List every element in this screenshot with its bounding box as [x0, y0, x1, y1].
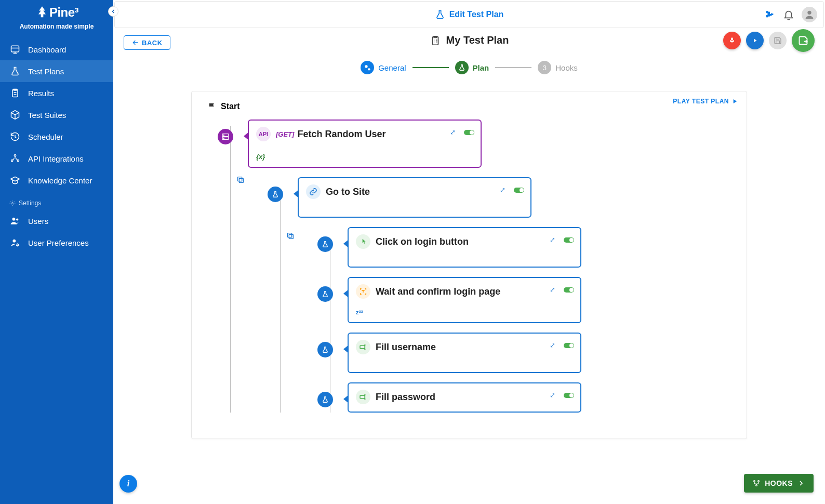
title-row: My Test Plan	[124, 34, 815, 46]
flask-icon	[9, 65, 21, 77]
users-icon	[9, 215, 21, 227]
step-plan[interactable]: Plan	[455, 61, 489, 74]
sidebar: Pine³ Automation made simple Dashboard T…	[0, 0, 113, 504]
step-card[interactable]: Fill username ⤢	[348, 333, 581, 373]
step-card[interactable]: Fill password ⤢	[348, 382, 581, 413]
step-card[interactable]: Go to Site ⤢	[298, 177, 531, 218]
sidebar-item-users[interactable]: Users	[0, 210, 113, 232]
step-title: Fill username	[376, 342, 436, 353]
step-title: Go to Site	[326, 187, 370, 197]
sidebar-item-api-integrations[interactable]: API Integrations	[0, 148, 113, 169]
svg-rect-22	[360, 346, 365, 348]
tree-node-api: API [GET] Fetch Random User {x} ⤢	[218, 120, 731, 168]
server-icon	[218, 129, 233, 144]
expand-icon[interactable]: ⤢	[450, 129, 456, 136]
expand-icon[interactable]: ⤢	[550, 236, 555, 243]
step-number: 3	[538, 61, 551, 74]
svg-point-12	[365, 65, 368, 68]
svg-point-9	[17, 244, 18, 246]
save-export-button[interactable]	[792, 29, 815, 52]
svg-point-6	[12, 218, 16, 221]
flag-icon	[207, 102, 217, 111]
gear-group-icon	[361, 61, 374, 74]
clipboard-icon	[9, 87, 21, 99]
plan-canvas: PLAY TEST PLAN Start API [GET] Fet	[191, 91, 747, 439]
flask-badge-icon	[317, 286, 333, 302]
expand-icon[interactable]: ⤢	[500, 187, 505, 193]
flask-badge-icon	[317, 236, 333, 252]
tree-icon	[35, 5, 49, 20]
avatar[interactable]	[802, 7, 817, 22]
play-button[interactable]	[746, 32, 764, 49]
flask-icon	[435, 9, 445, 20]
step-card[interactable]: API [GET] Fetch Random User {x} ⤢	[248, 120, 482, 168]
brand-tagline: Automation made simple	[0, 23, 113, 30]
sidebar-item-knowledge-center[interactable]: Knowledge Center	[0, 169, 113, 191]
sidebar-item-user-preferences[interactable]: User Preferences	[0, 232, 113, 254]
enabled-toggle[interactable]	[464, 130, 474, 135]
svg-point-20	[223, 135, 224, 135]
sidebar-item-dashboard[interactable]: Dashboard	[0, 38, 113, 60]
hooks-button[interactable]: HOOKS	[744, 474, 814, 493]
step-divider	[495, 67, 531, 68]
svg-rect-23	[360, 395, 365, 398]
chevron-right-icon	[797, 479, 805, 487]
step-title: Fill password	[376, 392, 435, 403]
svg-point-21	[223, 138, 224, 138]
tree-node-fill-password: Fill password ⤢	[317, 382, 731, 413]
copy-stack-icon[interactable]	[236, 176, 245, 185]
brand-name: Pine³	[49, 5, 78, 20]
step-card[interactable]: Click on login button ⤢	[348, 227, 581, 268]
svg-point-8	[12, 240, 16, 243]
puzzle-icon[interactable]	[764, 9, 776, 20]
flask-badge-icon	[268, 187, 283, 202]
svg-point-13	[368, 68, 370, 70]
sidebar-item-label: User Preferences	[28, 238, 89, 247]
user-cog-icon	[9, 237, 21, 248]
enabled-toggle[interactable]	[564, 393, 574, 398]
sidebar-item-label: Scheduler	[28, 132, 63, 141]
enabled-toggle[interactable]	[564, 237, 574, 243]
step-hooks[interactable]: 3 Hooks	[538, 61, 578, 74]
copy-stack-icon[interactable]	[286, 232, 295, 242]
expand-icon[interactable]: ⤢	[550, 392, 555, 399]
tree-line	[280, 192, 281, 413]
svg-point-5	[12, 203, 14, 204]
sidebar-collapse-button[interactable]	[108, 6, 118, 17]
tree-node-fill-username: Fill username ⤢	[317, 333, 731, 373]
expand-icon[interactable]: ⤢	[550, 286, 555, 293]
sidebar-section-settings: Settings	[0, 191, 113, 210]
pointer-icon	[356, 234, 370, 249]
svg-point-25	[758, 481, 760, 482]
step-divider	[412, 67, 449, 68]
step-card[interactable]: Wait and confirm login page zᶻᶻ ⤢	[348, 277, 581, 323]
sidebar-item-label: Test Suites	[28, 111, 66, 120]
api-icon	[9, 153, 21, 164]
sidebar-item-scheduler[interactable]: Scheduler	[0, 126, 113, 148]
method-label: [GET]	[276, 130, 294, 138]
plan-actions	[723, 29, 815, 52]
api-badge: API	[256, 127, 271, 141]
sidebar-item-test-suites[interactable]: Test Suites	[0, 104, 113, 126]
enabled-toggle[interactable]	[514, 188, 524, 193]
step-general[interactable]: General	[361, 61, 406, 74]
sidebar-nav: Dashboard Test Plans Results Test Suites…	[0, 38, 113, 254]
enabled-toggle[interactable]	[564, 343, 574, 348]
plan-tree: Start API [GET] Fetch Random User {x} ⤢	[207, 102, 731, 413]
plan-title: My Test Plan	[430, 34, 509, 46]
tree-node-wait: Wait and confirm login page zᶻᶻ ⤢	[317, 277, 731, 323]
sidebar-item-results[interactable]: Results	[0, 82, 113, 104]
svg-rect-16	[289, 234, 293, 238]
topbar-actions	[764, 7, 817, 22]
branch-icon	[752, 479, 761, 487]
bell-icon[interactable]	[783, 9, 794, 20]
svg-point-26	[756, 485, 757, 486]
link-icon	[306, 184, 321, 199]
enabled-toggle[interactable]	[564, 287, 574, 293]
info-fab[interactable]: i	[119, 475, 137, 493]
svg-point-10	[807, 11, 811, 15]
expand-icon[interactable]: ⤢	[550, 342, 555, 349]
sidebar-item-test-plans[interactable]: Test Plans	[0, 60, 113, 82]
tree-node-link: Go to Site ⤢	[268, 177, 731, 218]
record-button[interactable]	[723, 32, 741, 49]
